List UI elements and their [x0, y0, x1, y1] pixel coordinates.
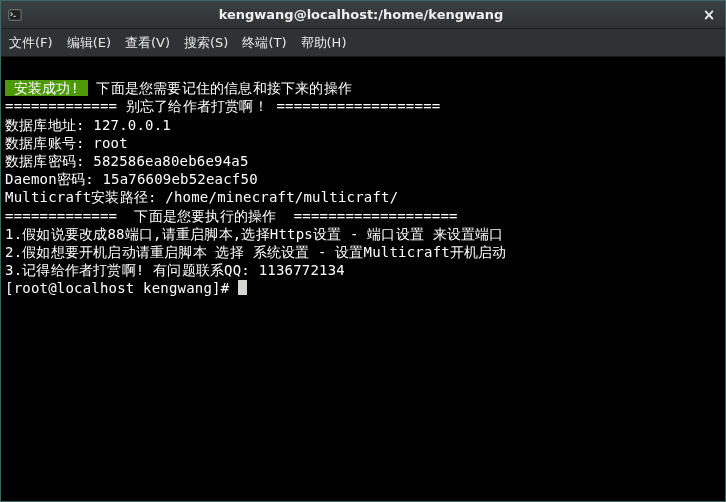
- terminal-app-icon: [7, 7, 23, 23]
- menu-terminal[interactable]: 终端(T): [242, 34, 286, 52]
- divider-2: ============= 下面是您要执行的操作 ===============…: [5, 208, 458, 224]
- menu-view[interactable]: 查看(V): [125, 34, 170, 52]
- step-2: 2.假如想要开机启动请重启脚本 选择 系统设置 - 设置Multicraft开机…: [5, 244, 507, 260]
- db-password-value: 582586ea80eb6e94a5: [93, 153, 248, 169]
- daemon-password-value: 15a76609eb52eacf50: [102, 171, 257, 187]
- daemon-password-line: Daemon密码: 15a76609eb52eacf50: [5, 171, 258, 187]
- db-address-value: 127.0.0.1: [93, 117, 171, 133]
- db-address-line: 数据库地址: 127.0.0.1: [5, 117, 171, 133]
- divider-1: ============= 别忘了给作者打赏啊！ ===============…: [5, 98, 440, 114]
- step-1: 1.假如说要改成88端口,请重启脚本,选择Https设置 - 端口设置 来设置端…: [5, 226, 504, 242]
- window-close-button[interactable]: ×: [699, 6, 719, 24]
- menu-help[interactable]: 帮助(H): [301, 34, 347, 52]
- menubar: 文件(F) 编辑(E) 查看(V) 搜索(S) 终端(T) 帮助(H): [1, 29, 725, 57]
- window-title: kengwang@localhost:/home/kengwang: [23, 7, 699, 22]
- db-user-value: root: [93, 135, 128, 151]
- menu-edit[interactable]: 编辑(E): [67, 34, 111, 52]
- install-path-value: /home/minecraft/multicraft/: [165, 189, 398, 205]
- terminal-pane[interactable]: 安装成功! 下面是您需要记住的信息和接下来的操作 ============= 别…: [1, 57, 725, 501]
- install-success-badge: 安装成功!: [5, 80, 88, 96]
- svg-rect-0: [9, 9, 21, 20]
- cursor-block: [238, 280, 247, 295]
- db-user-line: 数据库账号: root: [5, 135, 128, 151]
- db-password-line: 数据库密码: 582586ea80eb6e94a5: [5, 153, 249, 169]
- window-titlebar: kengwang@localhost:/home/kengwang ×: [1, 1, 725, 29]
- menu-file[interactable]: 文件(F): [9, 34, 53, 52]
- install-path-line: Multicraft安装路径: /home/minecraft/multicra…: [5, 189, 398, 205]
- shell-prompt: [root@localhost kengwang]#: [5, 280, 238, 296]
- install-success-text: 下面是您需要记住的信息和接下来的操作: [88, 80, 352, 96]
- step-3: 3.记得给作者打赏啊! 有问题联系QQ: 1136772134: [5, 262, 345, 278]
- menu-search[interactable]: 搜索(S): [184, 34, 228, 52]
